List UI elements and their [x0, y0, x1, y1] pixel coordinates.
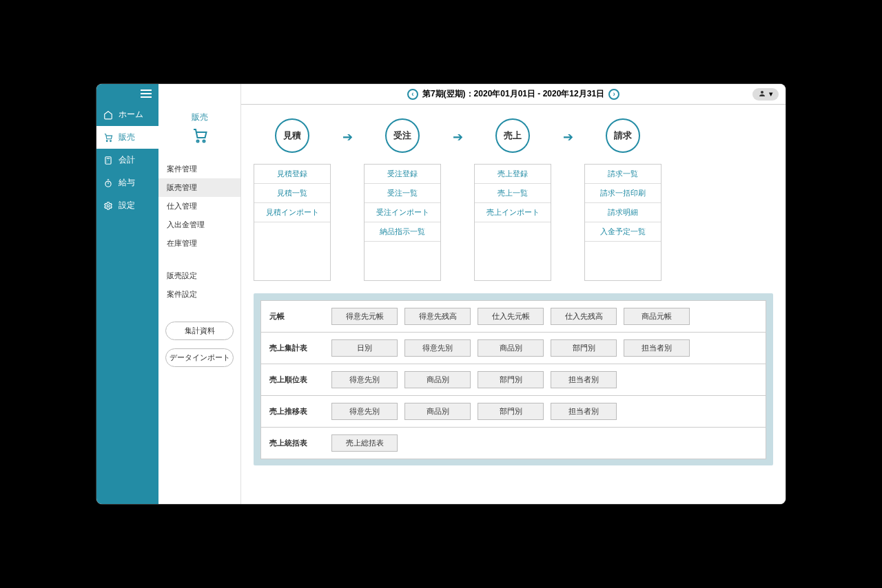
sidebar-item-sales[interactable]: 販売	[96, 126, 158, 149]
subnav-button-import[interactable]: データインポート	[165, 348, 234, 367]
flow-link[interactable]: 見積インポート	[254, 203, 330, 222]
user-icon	[758, 90, 766, 99]
sidebar-item-home[interactable]: ホーム	[96, 103, 158, 126]
panel-row-ledger: 元帳 得意先元帳 得意先残高 仕入先元帳 仕入先残高 商品元帳	[260, 300, 766, 333]
chevron-down-icon: ▾	[769, 90, 773, 98]
panel-label: 売上順位表	[269, 375, 325, 385]
panel-button[interactable]: 部門別	[478, 403, 544, 420]
topbar: ‹ 第7期(翌期)：2020年01月01日 - 2020年12月31日 › ▾	[241, 84, 786, 105]
panel-button[interactable]: 得意先別	[331, 371, 398, 388]
panel-button[interactable]: 部門別	[551, 339, 617, 357]
sidebar-label: 会計	[119, 154, 135, 166]
flow-step-order: 受注	[385, 118, 420, 153]
sidebar-label: 販売	[119, 132, 135, 143]
flow-col-billing: 請求 請求一覧 請求一括印刷 請求明細 入金予定一覧	[584, 118, 662, 281]
arrow-right-icon: ➔	[451, 118, 464, 145]
panel-button[interactable]: 得意先残高	[404, 308, 471, 325]
sidebar-item-settings[interactable]: 設定	[96, 194, 158, 217]
subnav-item[interactable]: 案件管理	[158, 160, 240, 178]
subnav-title: 販売	[158, 112, 240, 127]
flow-link[interactable]: 売上一覧	[475, 184, 551, 203]
subnav-item[interactable]: 販売設定	[158, 266, 240, 285]
flow-col-sales: 売上 売上登録 売上一覧 売上インポート	[474, 118, 551, 281]
flow-link[interactable]: 売上登録	[475, 165, 551, 184]
panel-row-ranking: 売上順位表 得意先別 商品別 部門別 担当者別	[260, 364, 766, 396]
svg-point-7	[105, 181, 111, 187]
sidebar: ホーム 販売 会計 給与 設定	[96, 84, 158, 504]
flow-step-billing: 請求	[606, 118, 640, 153]
subnav-button-summary[interactable]: 集計資料	[165, 322, 234, 340]
arrow-right-icon: ➔	[340, 118, 354, 145]
panel-row-overall: 売上統括表 売上総括表	[260, 427, 766, 459]
svg-point-10	[107, 204, 110, 207]
arrow-right-icon: ➔	[561, 118, 575, 145]
svg-point-0	[106, 140, 107, 141]
cart-icon	[158, 127, 240, 160]
subnav: 販売 案件管理 販売管理 仕入管理 入出金管理 在庫管理 販売設定 案件設定 集…	[158, 84, 241, 504]
prev-period-button[interactable]: ‹	[407, 89, 418, 100]
panel-row-trend: 売上推移表 得意先別 商品別 部門別 担当者別	[260, 395, 766, 428]
subnav-item[interactable]: 販売管理	[158, 178, 240, 197]
flow-links-order: 受注登録 受注一覧 受注インポート 納品指示一覧	[364, 164, 441, 281]
flow-col-estimate: 見積 見積登録 見積一覧 見積インポート	[254, 118, 331, 281]
panel-button[interactable]: 商品別	[404, 371, 471, 388]
flow-col-order: 受注 受注登録 受注一覧 受注インポート 納品指示一覧	[364, 118, 441, 281]
flow-link[interactable]: 請求明細	[585, 203, 661, 222]
subnav-item[interactable]: 案件設定	[158, 285, 240, 304]
flow-links-billing: 請求一覧 請求一括印刷 請求明細 入金予定一覧	[584, 164, 662, 281]
content-area: 見積 見積登録 見積一覧 見積インポート ➔ 受注 受注登録 受注一覧 受注イン…	[241, 105, 786, 504]
flow-link[interactable]: 納品指示一覧	[365, 222, 440, 242]
flow-link[interactable]: 受注登録	[365, 165, 440, 184]
sidebar-label: 設定	[119, 200, 135, 211]
panel-label: 売上集計表	[269, 343, 325, 353]
subnav-item[interactable]: 在庫管理	[158, 234, 240, 253]
menu-toggle[interactable]	[96, 84, 158, 103]
app-window: ホーム 販売 会計 給与 設定 販売	[96, 84, 786, 504]
next-period-button[interactable]: ›	[608, 89, 619, 100]
panel-label: 売上統括表	[269, 438, 325, 448]
flow-link[interactable]: 受注インポート	[365, 203, 440, 222]
panel-button[interactable]: 仕入先元帳	[478, 308, 544, 325]
flow-step-sales: 売上	[495, 118, 530, 153]
flow-link[interactable]: 受注一覧	[365, 184, 440, 203]
period-selector: ‹ 第7期(翌期)：2020年01月01日 - 2020年12月31日 ›	[407, 88, 619, 100]
panel-label: 元帳	[269, 311, 325, 322]
panel-button[interactable]: 商品元帳	[624, 308, 690, 325]
stopwatch-icon	[103, 178, 113, 188]
cart-icon	[103, 133, 113, 143]
user-menu[interactable]: ▾	[752, 88, 779, 101]
flow-link[interactable]: 売上インポート	[475, 203, 551, 222]
panel-button[interactable]: 仕入先残高	[551, 308, 617, 325]
calculator-icon	[103, 156, 113, 165]
flow-link[interactable]: 見積一覧	[254, 184, 330, 203]
panel-button[interactable]: 担当者別	[551, 403, 617, 420]
main: ‹ 第7期(翌期)：2020年01月01日 - 2020年12月31日 › ▾ …	[241, 84, 786, 504]
panel-button[interactable]: 担当者別	[551, 371, 617, 388]
sidebar-label: ホーム	[119, 109, 143, 120]
flow-link[interactable]: 請求一括印刷	[585, 184, 661, 203]
panel-button[interactable]: 日別	[331, 339, 398, 357]
flow-link[interactable]: 請求一覧	[585, 165, 661, 184]
gear-icon	[103, 201, 113, 211]
flow-link[interactable]: 入金予定一覧	[585, 222, 661, 242]
sidebar-item-accounting[interactable]: 会計	[96, 149, 158, 171]
panel-button[interactable]: 商品別	[478, 339, 544, 357]
flow-link[interactable]: 見積登録	[254, 165, 330, 184]
panel-button[interactable]: 部門別	[478, 371, 544, 388]
panel-button[interactable]: 商品別	[404, 403, 471, 420]
panel-button[interactable]: 得意先別	[331, 403, 398, 420]
svg-point-13	[761, 91, 763, 94]
svg-point-1	[110, 140, 112, 141]
panel-button[interactable]: 得意先別	[404, 339, 471, 357]
workflow-row: 見積 見積登録 見積一覧 見積インポート ➔ 受注 受注登録 受注一覧 受注イン…	[254, 118, 773, 281]
hamburger-icon	[141, 90, 152, 98]
flow-links-sales: 売上登録 売上一覧 売上インポート	[474, 164, 551, 281]
subnav-item[interactable]: 入出金管理	[158, 216, 240, 234]
panel-button[interactable]: 得意先元帳	[331, 308, 398, 325]
panel-button[interactable]: 担当者別	[624, 339, 690, 357]
svg-point-11	[196, 140, 198, 143]
subnav-item[interactable]: 仕入管理	[158, 197, 240, 216]
flow-links-estimate: 見積登録 見積一覧 見積インポート	[254, 164, 331, 281]
sidebar-item-payroll[interactable]: 給与	[96, 171, 158, 194]
panel-button[interactable]: 売上総括表	[331, 434, 398, 452]
